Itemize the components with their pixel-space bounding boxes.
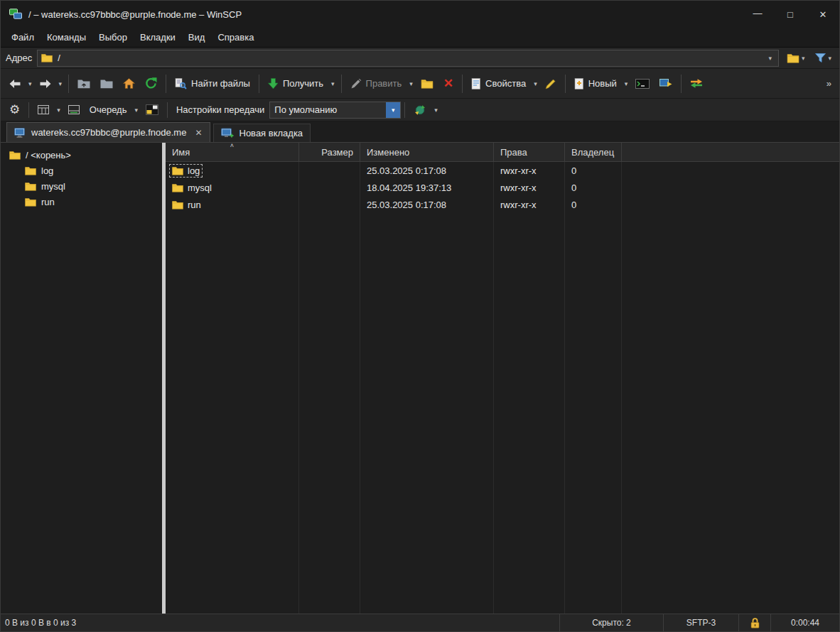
dock-layout-button[interactable]: [141, 101, 163, 119]
download-button[interactable]: Получить: [263, 75, 328, 93]
column-header-owner-label: Владелец: [571, 147, 614, 158]
open-console-button[interactable]: [630, 75, 655, 92]
menu-help[interactable]: Справка: [211, 28, 260, 48]
new-folder-button[interactable]: [416, 75, 438, 92]
maximize-button[interactable]: □: [774, 1, 807, 28]
preferences-button[interactable]: ⚙: [4, 100, 25, 119]
toolbar-separator: [341, 75, 342, 93]
open-folder-icon: [787, 53, 799, 63]
file-modified-label: 25.03.2025 0:17:08: [367, 165, 446, 176]
toolbar-overflow-icon[interactable]: »: [826, 78, 836, 89]
back-button[interactable]: [4, 76, 26, 92]
download-caret-icon[interactable]: ▾: [328, 77, 338, 91]
refresh-icon: [145, 77, 157, 89]
tree-item-mysql[interactable]: mysql: [1, 178, 162, 194]
tab-new-session[interactable]: Новая вкладка: [213, 124, 311, 142]
folder-icon: [25, 197, 36, 207]
address-combobox[interactable]: / ▾: [37, 50, 779, 67]
menu-view[interactable]: Вид: [182, 28, 212, 48]
queue-panel-button[interactable]: [63, 102, 85, 118]
selection-summary-label: 0 B из 0 B в 0 из 3: [5, 618, 76, 628]
new-caret-icon[interactable]: ▾: [622, 77, 631, 91]
permissions-button[interactable]: [540, 75, 561, 93]
file-size-cell: [299, 162, 360, 179]
toolbar-separator: [462, 75, 463, 93]
filter-button[interactable]: ▾: [812, 51, 834, 65]
open-in-putty-button[interactable]: [655, 75, 677, 92]
edit-button[interactable]: Править: [345, 75, 407, 93]
status-hidden-count[interactable]: Скрыто: 2: [559, 614, 663, 631]
transfer-preset-combobox[interactable]: По умолчанию ▾: [269, 102, 401, 119]
transfer-settings-label: Настройки передачи: [176, 104, 264, 115]
parent-directory-button[interactable]: [72, 75, 95, 92]
maximize-icon: □: [787, 9, 793, 20]
tree-root[interactable]: / <корень>: [1, 147, 162, 163]
file-name-wrap[interactable]: run: [170, 199, 203, 211]
properties-button[interactable]: Свойства: [466, 75, 531, 93]
directory-tree: / <корень> log mysql run: [1, 143, 162, 614]
status-encryption[interactable]: [738, 614, 770, 631]
properties-caret-icon[interactable]: ▾: [531, 77, 540, 91]
file-row-log[interactable]: log 25.03.2025 0:17:08 rwxr-xr-x 0: [166, 162, 839, 179]
column-header-owner[interactable]: Владелец: [565, 143, 622, 161]
find-files-icon: [175, 78, 187, 89]
queue-caret-icon[interactable]: ▾: [131, 103, 141, 117]
panel-columns-button[interactable]: [33, 102, 54, 118]
synchronize-button[interactable]: [685, 75, 708, 92]
tab-close-icon[interactable]: ✕: [195, 128, 202, 138]
column-header-name[interactable]: Имя ˄: [166, 143, 299, 161]
file-name-wrap[interactable]: mysql: [170, 182, 214, 194]
status-protocol[interactable]: SFTP-3: [663, 614, 738, 631]
tree-item-log[interactable]: log: [1, 163, 162, 178]
find-files-label: Найти файлы: [191, 78, 250, 89]
new-button[interactable]: Новый: [569, 75, 622, 93]
column-header-modified[interactable]: Изменено: [360, 143, 494, 161]
file-row-mysql[interactable]: mysql 18.04.2025 19:37:13 rwxr-xr-x 0: [166, 179, 839, 196]
file-name-focus[interactable]: log: [170, 165, 202, 177]
forward-history-caret-icon[interactable]: ▾: [56, 77, 65, 91]
open-directory-button[interactable]: ▾: [784, 51, 808, 65]
transfer-preset-caret-icon[interactable]: ▾: [386, 102, 400, 118]
open-directory-caret-icon[interactable]: ▾: [802, 55, 805, 62]
address-label: Адрес: [6, 53, 32, 63]
open-directory-tool-button[interactable]: [95, 75, 118, 92]
column-header-rights[interactable]: Права: [494, 143, 565, 161]
delete-button[interactable]: ✕: [438, 74, 458, 93]
edit-caret-icon[interactable]: ▾: [406, 77, 416, 91]
minimize-button[interactable]: —: [741, 1, 774, 28]
panel-columns-caret-icon[interactable]: ▾: [54, 103, 63, 117]
queue-button[interactable]: Очередь: [85, 101, 132, 119]
transfer-resume-button[interactable]: [409, 101, 431, 119]
file-owner-cell: 0: [565, 196, 622, 213]
refresh-button[interactable]: [140, 74, 162, 93]
parent-directory-icon: [77, 79, 90, 89]
menu-commands[interactable]: Команды: [41, 28, 92, 48]
delete-icon: ✕: [443, 77, 453, 89]
file-row-run[interactable]: run 25.03.2025 0:17:08 rwxr-xr-x 0: [166, 196, 839, 213]
find-files-button[interactable]: Найти файлы: [170, 75, 255, 93]
folder-icon: [172, 200, 183, 209]
transfer-resume-caret-icon[interactable]: ▾: [431, 103, 441, 117]
lock-icon: [750, 618, 760, 628]
column-header-size-label: Размер: [321, 147, 353, 158]
menu-tabs[interactable]: Вкладки: [134, 28, 182, 48]
column-header-size[interactable]: Размер: [299, 143, 360, 161]
tab-session-active[interactable]: watereks.cc97bbbc@purple.fnode.me ✕: [6, 122, 210, 142]
file-name-label: mysql: [188, 182, 212, 193]
back-history-caret-icon[interactable]: ▾: [26, 77, 35, 91]
folder-icon: [9, 151, 21, 160]
forward-button[interactable]: [35, 76, 56, 92]
filter-caret-icon[interactable]: ▾: [828, 55, 831, 62]
tree-item-run[interactable]: run: [1, 194, 162, 209]
address-dropdown-caret-icon[interactable]: ▾: [765, 55, 775, 62]
transfer-settings-button[interactable]: Настройки передачи: [171, 101, 269, 119]
menu-selection[interactable]: Выбор: [92, 28, 134, 48]
edit-label: Править: [366, 78, 402, 89]
tree-item-label: mysql: [41, 181, 65, 192]
gear-icon: ⚙: [9, 104, 20, 116]
menu-file[interactable]: Файл: [5, 28, 41, 48]
close-button[interactable]: ✕: [807, 1, 839, 28]
main-toolbar: ▾ ▾: [1, 69, 839, 99]
download-label: Получить: [283, 78, 323, 89]
home-button[interactable]: [118, 75, 140, 92]
